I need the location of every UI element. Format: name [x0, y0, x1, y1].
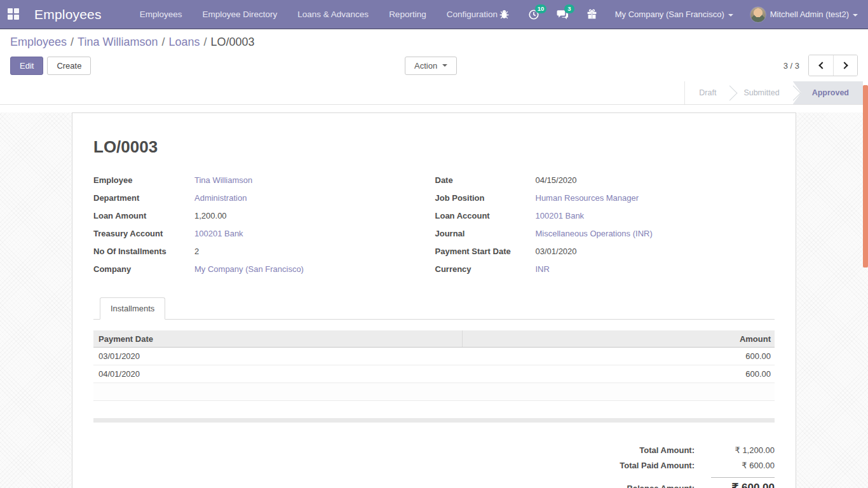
cell-amount: 600.00 [463, 369, 775, 379]
table-row[interactable]: 04/01/2020 600.00 [93, 365, 775, 383]
menu-employee-directory[interactable]: Employee Directory [202, 10, 277, 19]
field-value-payment-start-date: 03/01/2020 [536, 246, 775, 257]
table-row-empty [93, 383, 775, 401]
menu-employees[interactable]: Employees [140, 10, 182, 19]
field-label-treasury-account: Treasury Account [93, 228, 194, 239]
total-paid-label: Total Paid Amount: [620, 461, 695, 470]
field-label-currency: Currency [435, 264, 536, 274]
activity-clock-icon[interactable]: 10 [527, 8, 540, 21]
debug-bug-icon[interactable] [498, 8, 511, 21]
pager-counter: 3 / 3 [783, 61, 799, 71]
top-menu: Employees Employee Directory Loans & Adv… [140, 10, 498, 19]
total-amount-label: Total Amount: [639, 445, 695, 455]
field-label-journal: Journal [435, 228, 536, 239]
message-count-badge: 3 [564, 4, 574, 13]
field-value-currency[interactable]: INR [536, 264, 775, 274]
app-brand[interactable]: Employees [34, 7, 102, 22]
field-label-department: Department [93, 193, 194, 203]
breadcrumb-active: LO/0003 [211, 36, 255, 48]
cell-payment-date: 04/01/2020 [93, 369, 463, 379]
user-menu[interactable]: Mitchell Admin (test2) [750, 6, 858, 23]
cell-payment-date: 03/01/2020 [93, 351, 463, 361]
breadcrumb-employees[interactable]: Employees [10, 36, 67, 48]
pager-next-button[interactable] [833, 55, 857, 76]
notebook-tabs: Installments [93, 297, 775, 320]
field-value-journal[interactable]: Miscellaneous Operations (INR) [536, 228, 775, 239]
main-navbar: Employees Employees Employee Directory L… [0, 0, 868, 29]
total-amount-value: ₹ 1,200.00 [711, 445, 775, 455]
field-value-date: 04/15/2020 [536, 175, 775, 186]
action-dropdown-button[interactable]: Action [405, 57, 457, 75]
field-label-loan-amount: Loan Amount [93, 210, 194, 221]
form-view-background: LO/0003 Employee Tina Williamson Departm… [0, 112, 868, 488]
column-header-amount[interactable]: Amount [463, 334, 775, 344]
list-header[interactable]: Payment Date Amount [93, 330, 775, 348]
create-button[interactable]: Create [47, 57, 91, 75]
field-label-installments-count: No Of Installments [93, 246, 194, 257]
field-group-left: Employee Tina Williamson Department Admi… [93, 175, 435, 274]
messages-icon[interactable]: 3 [557, 8, 569, 21]
field-group-right: Date 04/15/2020 Job Position Human Resou… [435, 175, 775, 274]
list-footer-strip [93, 418, 775, 423]
vertical-scrollbar[interactable] [863, 85, 868, 268]
field-value-loan-amount: 1,200.00 [194, 210, 435, 221]
chevron-right-icon [841, 62, 848, 69]
field-label-payment-start-date: Payment Start Date [435, 246, 536, 257]
field-label-job-position: Job Position [435, 193, 536, 203]
balance-amount-value: ₹ 600.00 [711, 477, 775, 488]
chevron-down-icon [853, 14, 858, 17]
field-label-company: Company [93, 264, 194, 274]
field-value-job-position[interactable]: Human Resources Manager [536, 193, 775, 203]
pager-previous-button[interactable] [809, 55, 833, 76]
user-avatar [750, 6, 766, 23]
breadcrumb-loans[interactable]: Loans [168, 36, 200, 48]
pager: 3 / 3 [783, 55, 858, 76]
field-value-employee[interactable]: Tina Williamson [194, 175, 435, 186]
statusbar: Draft Submitted Approved [0, 81, 868, 105]
field-value-department[interactable]: Administration [194, 193, 435, 203]
field-value-installments-count: 2 [194, 246, 435, 257]
field-value-company[interactable]: My Company (San Francisco) [194, 264, 435, 274]
menu-loans-advances[interactable]: Loans & Advances [297, 10, 369, 19]
control-panel: Employees/Tina Williamson/Loans/LO/0003 … [0, 29, 868, 81]
record-title: LO/0003 [93, 137, 775, 157]
field-value-loan-account[interactable]: 100201 Bank [536, 210, 775, 221]
table-row[interactable]: 03/01/2020 600.00 [93, 348, 775, 365]
field-value-treasury-account[interactable]: 100201 Bank [194, 228, 435, 239]
field-label-loan-account: Loan Account [435, 210, 536, 221]
balance-amount-label: Balance Amount: [627, 484, 695, 488]
installments-list: Payment Date Amount 03/01/2020 600.00 04… [93, 330, 775, 423]
apps-grid-icon[interactable] [8, 8, 20, 21]
menu-configuration[interactable]: Configuration [447, 10, 498, 19]
tab-installments[interactable]: Installments [100, 297, 165, 320]
company-switcher[interactable]: My Company (San Francisco) [615, 10, 733, 19]
form-sheet: LO/0003 Employee Tina Williamson Departm… [72, 112, 796, 488]
chevron-down-icon [728, 14, 733, 17]
status-step-submitted[interactable]: Submitted [729, 81, 793, 104]
column-header-payment-date[interactable]: Payment Date [93, 330, 463, 347]
gift-icon[interactable] [586, 8, 599, 21]
breadcrumb-employee[interactable]: Tina Williamson [78, 36, 158, 48]
chevron-left-icon [818, 62, 825, 69]
totals-section: Total Amount: ₹ 1,200.00 Total Paid Amou… [93, 445, 775, 488]
menu-reporting[interactable]: Reporting [389, 10, 426, 19]
field-label-employee: Employee [93, 175, 194, 186]
field-label-date: Date [435, 175, 536, 186]
edit-button[interactable]: Edit [10, 57, 43, 75]
cell-amount: 600.00 [463, 351, 775, 361]
systray: 10 3 My Company (San Francisco) Mitch [498, 6, 858, 23]
activity-count-badge: 10 [535, 4, 547, 13]
status-step-approved[interactable]: Approved [793, 81, 863, 104]
chevron-down-icon [442, 64, 447, 67]
breadcrumb: Employees/Tina Williamson/Loans/LO/0003 [10, 36, 858, 49]
total-paid-value: ₹ 600.00 [711, 461, 775, 470]
